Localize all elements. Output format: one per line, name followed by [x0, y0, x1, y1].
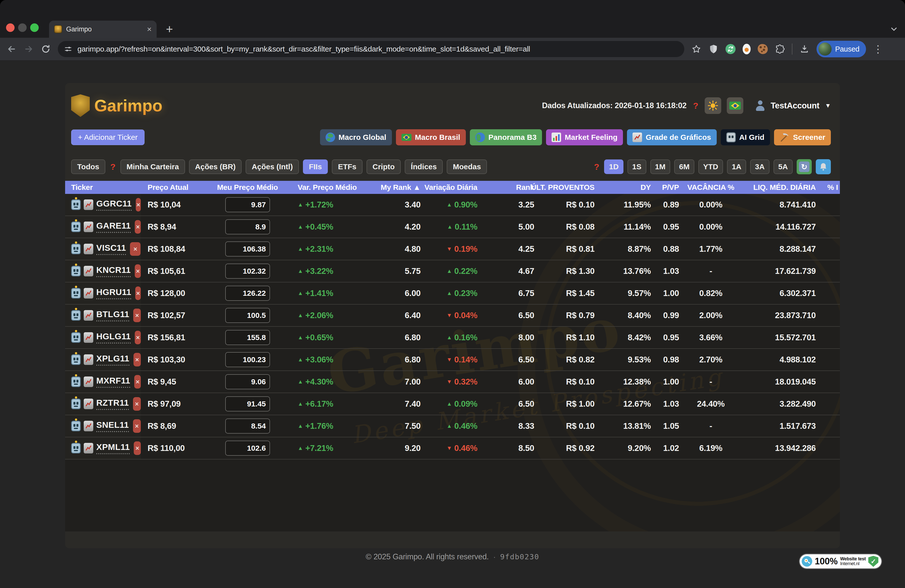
- account-caret-icon[interactable]: ▼: [825, 102, 831, 109]
- nav-button-macro-brasil[interactable]: Macro Brasil: [396, 129, 466, 145]
- filter-tab-a-es-intl[interactable]: Ações (Intl): [246, 159, 298, 174]
- extensions-puzzle-icon[interactable]: [775, 44, 785, 54]
- filter-tab-todos[interactable]: Todos: [71, 159, 105, 174]
- nav-button-panorama-b3[interactable]: Panorama B3: [470, 129, 542, 145]
- refresh-button[interactable]: ↻: [797, 159, 812, 174]
- chart-icon[interactable]: [84, 443, 93, 453]
- column-header-varia-o-di-ria[interactable]: Variação Diária: [427, 181, 486, 194]
- filter-tab-ndices[interactable]: Índices: [405, 159, 443, 174]
- updated-help-icon[interactable]: ?: [692, 101, 699, 111]
- forward-icon[interactable]: [24, 44, 34, 54]
- filter-tab-cripto[interactable]: Cripto: [367, 159, 401, 174]
- download-icon[interactable]: [799, 44, 810, 54]
- ticker-link[interactable]: GARE11: [96, 221, 131, 233]
- remove-ticker-button[interactable]: ×: [130, 242, 141, 256]
- column-header-meu-pre-o-m-dio[interactable]: Meu Preço Médio: [221, 181, 273, 194]
- filter-tab-moedas[interactable]: Moedas: [447, 159, 487, 174]
- remove-ticker-button[interactable]: ×: [133, 353, 141, 366]
- ticker-link[interactable]: XPLG11: [96, 354, 129, 366]
- time-help-icon[interactable]: ?: [593, 162, 600, 172]
- column-header-p-vp[interactable]: P/VP: [653, 181, 681, 194]
- chart-icon[interactable]: [84, 266, 93, 277]
- nav-button-macro-global[interactable]: Macro Global: [320, 129, 392, 145]
- tab-search-chevron-icon[interactable]: [889, 25, 899, 34]
- profile-paused-pill[interactable]: Paused: [816, 41, 866, 57]
- column-header-pre-o-atual[interactable]: Preço Atual: [141, 181, 221, 194]
- avg-price-input[interactable]: [225, 264, 270, 279]
- remove-ticker-button[interactable]: ×: [135, 264, 141, 278]
- column-header-ticker[interactable]: Ticker: [65, 181, 141, 194]
- theme-toggle-button[interactable]: [705, 97, 721, 114]
- nav-button-screener[interactable]: Screener: [774, 129, 831, 145]
- chart-icon[interactable]: [84, 399, 93, 409]
- time-tab-1d[interactable]: 1D: [604, 159, 623, 174]
- avg-price-input[interactable]: [225, 396, 270, 412]
- filter-tab-etfs[interactable]: ETFs: [332, 159, 362, 174]
- chart-icon[interactable]: [84, 310, 93, 321]
- chart-icon[interactable]: [84, 354, 93, 365]
- ticker-link[interactable]: BTLG11: [96, 309, 129, 321]
- chart-icon[interactable]: [84, 222, 93, 232]
- site-settings-icon[interactable]: [64, 45, 72, 53]
- avg-price-input[interactable]: [225, 352, 270, 367]
- chart-icon[interactable]: [84, 244, 93, 254]
- zoom-window-button[interactable]: [30, 23, 39, 32]
- avg-price-input[interactable]: [225, 330, 270, 345]
- column-header-rank[interactable]: Rank: [486, 181, 536, 194]
- remove-ticker-button[interactable]: ×: [133, 397, 141, 411]
- ticker-link[interactable]: MXRF11: [96, 376, 130, 388]
- column-header-var-pre-o-m-dio[interactable]: Var. Preço Médio: [273, 181, 357, 194]
- avg-price-input[interactable]: [225, 308, 270, 323]
- filter-tab-fiis[interactable]: FIIs: [303, 159, 328, 174]
- ticker-link[interactable]: XPML11: [96, 442, 130, 454]
- time-tab-1a[interactable]: 1A: [727, 159, 746, 174]
- nav-button-grade-de-gr-ficos[interactable]: Grade de Gráficos: [627, 129, 716, 145]
- avg-price-input[interactable]: [225, 219, 270, 234]
- chart-icon[interactable]: [84, 421, 93, 431]
- chart-icon[interactable]: [84, 377, 93, 387]
- tab-close-icon[interactable]: ×: [147, 25, 152, 33]
- chart-icon[interactable]: [84, 199, 93, 210]
- remove-ticker-button[interactable]: ×: [135, 220, 141, 234]
- remove-ticker-button[interactable]: ×: [133, 308, 141, 322]
- internetnl-score-badge[interactable]: 100% Website test Internet.nl ✓: [800, 554, 881, 568]
- egg-extension-icon[interactable]: [743, 44, 751, 54]
- url-text[interactable]: garimpo.app/?refresh=on&interval=300&sor…: [78, 45, 530, 53]
- filter-tab-a-es-br[interactable]: Ações (BR): [189, 159, 242, 174]
- nav-button-ai-grid[interactable]: AI Grid: [721, 129, 770, 145]
- close-window-button[interactable]: [6, 23, 14, 32]
- filters-help-icon[interactable]: ?: [110, 162, 116, 172]
- reload-icon[interactable]: [41, 44, 51, 54]
- column-header-my-rank[interactable]: My Rank ▲: [357, 181, 427, 194]
- back-icon[interactable]: [6, 44, 17, 54]
- cookie-extension-icon[interactable]: [758, 44, 768, 54]
- remove-ticker-button[interactable]: ×: [133, 419, 141, 433]
- add-ticker-button[interactable]: + Adicionar Ticker: [71, 130, 144, 145]
- ticker-link[interactable]: VISC11: [96, 243, 126, 255]
- minimize-window-button[interactable]: [18, 23, 27, 32]
- column-header-lt-proventos[interactable]: ÚLT. PROVENTOS: [536, 181, 598, 194]
- chart-icon[interactable]: [84, 332, 93, 343]
- avg-price-input[interactable]: [225, 242, 270, 256]
- sync-extension-icon[interactable]: [726, 44, 735, 54]
- ticker-link[interactable]: SNEL11: [96, 420, 129, 432]
- chart-icon[interactable]: [84, 288, 93, 299]
- avg-price-input[interactable]: [225, 197, 270, 212]
- browser-menu-icon[interactable]: ⋮: [873, 44, 883, 54]
- remove-ticker-button[interactable]: ×: [136, 198, 141, 211]
- filter-tab-minha-carteira[interactable]: Minha Carteira: [121, 159, 185, 174]
- time-tab-6m[interactable]: 6M: [674, 159, 694, 174]
- language-flag-button[interactable]: [727, 97, 743, 114]
- time-tab-1s[interactable]: 1S: [627, 159, 646, 174]
- remove-ticker-button[interactable]: ×: [134, 375, 141, 389]
- shield-extension-icon[interactable]: [708, 44, 718, 54]
- time-tab-5a[interactable]: 5A: [773, 159, 792, 174]
- remove-ticker-button[interactable]: ×: [135, 331, 141, 344]
- column-header-dy[interactable]: DY: [598, 181, 653, 194]
- time-tab-1m[interactable]: 1M: [650, 159, 670, 174]
- time-tab-ytd[interactable]: YTD: [699, 159, 723, 174]
- remove-ticker-button[interactable]: ×: [135, 286, 141, 300]
- avg-price-input[interactable]: [225, 286, 270, 301]
- avg-price-input[interactable]: [225, 374, 270, 389]
- remove-ticker-button[interactable]: ×: [134, 441, 141, 455]
